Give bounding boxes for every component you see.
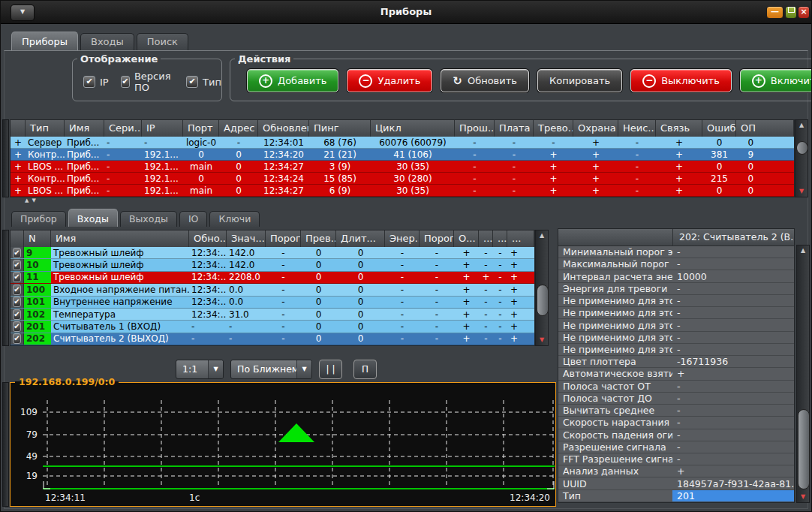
checkbox[interactable]: ✔ xyxy=(83,76,95,88)
column-header[interactable]: ... xyxy=(507,230,534,247)
checkbox[interactable]: ✔ xyxy=(186,76,198,88)
column-header[interactable]: Пинг xyxy=(309,120,371,137)
properties-scrollbar[interactable]: ▲ ▼ xyxy=(796,245,810,503)
scrollbar-thumb[interactable] xyxy=(796,141,808,155)
column-header[interactable]: ... xyxy=(479,230,493,247)
main-tab-1[interactable]: Приборы xyxy=(11,32,78,50)
column-header[interactable]: Неис... xyxy=(618,120,656,137)
restore-button[interactable] xyxy=(785,6,797,19)
row-checkbox[interactable]: ✔ xyxy=(13,260,21,270)
row-checkbox[interactable]: ✔ xyxy=(13,333,21,344)
row-checkbox[interactable]: ✔ xyxy=(13,272,21,282)
scrollbar-thumb[interactable] xyxy=(537,285,549,316)
column-header[interactable]: Сери... xyxy=(104,120,142,137)
devices-left-strip[interactable] xyxy=(2,119,9,197)
scroll-down-icon[interactable]: ▼ xyxy=(797,493,809,501)
sub-tab-1[interactable]: Прибор xyxy=(11,211,66,227)
device-row[interactable]: +Контр...Приб...-192.1...0012:34:2021 (2… xyxy=(11,149,794,161)
column-header[interactable]: Порт xyxy=(183,120,219,137)
column-header[interactable] xyxy=(11,120,26,137)
column-header[interactable]: Обно... xyxy=(189,230,227,247)
property-row[interactable]: FFT Разрешение сигна...- xyxy=(558,453,794,465)
property-row[interactable]: Анализ данных+ xyxy=(558,465,794,477)
p-button[interactable]: П xyxy=(353,360,377,379)
column-header[interactable]: Имя xyxy=(65,120,104,137)
scroll-down-icon[interactable]: ▼ xyxy=(536,336,548,344)
column-header[interactable]: Связь xyxy=(656,120,702,137)
chevron-down-icon[interactable]: ▼ xyxy=(296,360,311,378)
column-header[interactable]: Порог xyxy=(420,230,454,247)
inputs-scrollbar[interactable]: ▲ ▼ xyxy=(535,230,549,346)
sub-tab-4[interactable]: IO xyxy=(179,211,208,227)
column-header[interactable]: Охрана xyxy=(573,120,618,137)
column-header[interactable]: Прош... xyxy=(455,120,495,137)
device-row[interactable]: +Контр...Приб...-192.1...0012:34:2415 (8… xyxy=(11,173,794,185)
row-checkbox[interactable]: ✔ xyxy=(13,309,21,320)
inputs-left-strip[interactable] xyxy=(2,230,9,346)
property-row[interactable]: Вычитать среднее- xyxy=(558,405,794,417)
scroll-up-icon[interactable]: ▲ xyxy=(795,122,807,129)
property-row[interactable]: Не применимо для это...- xyxy=(558,295,794,307)
device-row[interactable]: +LBOS ...Приб...-192.1...main012:34:276 … xyxy=(11,185,794,197)
column-header[interactable]: О... xyxy=(454,230,479,247)
column-header[interactable]: Энер... xyxy=(385,230,420,247)
main-tab-2[interactable]: Входы xyxy=(80,33,134,50)
scroll-down-icon[interactable]: ▼ xyxy=(795,188,807,195)
input-row[interactable]: ✔10Тревожный шлейф12:34:...142.0-00--+--… xyxy=(11,259,534,271)
main-tab-3[interactable]: Поиск xyxy=(137,33,188,50)
column-header[interactable] xyxy=(11,230,24,247)
column-header[interactable]: Плата xyxy=(495,120,534,137)
column-header[interactable]: Прев... xyxy=(301,230,336,247)
column-header[interactable]: Знач... xyxy=(227,230,266,247)
property-row[interactable]: Скорость падения огиб...- xyxy=(558,429,794,441)
minimize-button[interactable]: — xyxy=(766,6,783,19)
выключить-button[interactable]: −Выключить xyxy=(630,69,732,92)
удалить-button[interactable]: −Удалить xyxy=(347,69,432,92)
input-row[interactable]: ✔100Входное напряжение питан...12:34:...… xyxy=(11,284,534,296)
property-row[interactable]: Не применимо для это...- xyxy=(558,307,794,319)
property-row[interactable]: Скорость нарастания о...- xyxy=(558,417,794,429)
sub-tab-2[interactable]: Входы xyxy=(68,209,118,227)
column-header[interactable]: Адрес xyxy=(219,120,258,137)
обновить-button[interactable]: ↻Обновить xyxy=(441,69,529,92)
property-row[interactable]: Не применимо для это...- xyxy=(558,332,794,344)
mode-dropdown[interactable]: По Ближнему ▼ xyxy=(230,360,312,379)
column-header[interactable]: ... xyxy=(493,230,507,247)
devices-scrollbar[interactable]: ▲ ▼ xyxy=(795,119,808,197)
sub-tab-5[interactable]: Ключи xyxy=(209,211,260,227)
property-row[interactable]: Полоса частот ДО- xyxy=(558,393,794,405)
device-row[interactable]: +СерверПриб...--logic-0-12:34:0168 (76)6… xyxy=(11,137,794,149)
property-row[interactable]: Не применимо для это...- xyxy=(558,319,794,331)
input-row[interactable]: ✔11Тревожный шлейф12:34:...2208.0-00--++… xyxy=(11,272,534,284)
input-row[interactable]: ✔101Внутреннее напряжение12:34:...0.0-00… xyxy=(11,297,534,309)
property-row[interactable]: Разрешение сигнала- xyxy=(558,441,794,453)
column-header[interactable]: Тип xyxy=(26,120,65,137)
property-row[interactable]: Интервал расчета эне...10000 xyxy=(558,270,794,282)
scale-dropdown[interactable]: 1:1 ▼ xyxy=(176,360,224,379)
chevron-down-icon[interactable]: ▼ xyxy=(208,360,223,378)
копировать-button[interactable]: Копировать xyxy=(537,69,622,92)
добавить-button[interactable]: +Добавить xyxy=(247,69,338,92)
device-row[interactable]: +LBOS ...Приб...-192.1...main012:34:273 … xyxy=(11,161,794,173)
column-header[interactable]: Длит... xyxy=(336,230,385,247)
property-row[interactable]: Не применимо для это...- xyxy=(558,344,794,356)
property-row[interactable]: Максимальный порог з...- xyxy=(558,258,794,270)
column-header[interactable]: Имя xyxy=(51,230,189,247)
column-header[interactable]: Порог xyxy=(266,230,301,247)
input-row[interactable]: ✔9Тревожный шлейф12:34:...142.0-00--+--+ xyxy=(11,247,534,259)
property-row[interactable]: Энергия для тревоги- xyxy=(558,283,794,295)
row-checkbox[interactable]: ✔ xyxy=(13,285,21,295)
row-checkbox[interactable]: ✔ xyxy=(13,297,21,307)
close-button[interactable]: × xyxy=(798,6,810,19)
scroll-up-icon[interactable]: ▲ xyxy=(536,232,548,239)
column-header[interactable]: Цикл xyxy=(371,120,455,137)
input-row[interactable]: ✔102Температура12:34:...31.0-00--+--+ xyxy=(11,309,534,321)
column-header[interactable]: Обновлен xyxy=(258,120,309,137)
input-row[interactable]: ✔201Считыватель 1 (ВХОД)---00--+--+ xyxy=(11,321,534,333)
property-row[interactable]: Автоматическое взятие+ xyxy=(558,368,794,380)
property-row[interactable]: Минимальный порог э...- xyxy=(558,246,794,258)
scroll-up-icon[interactable]: ▲ xyxy=(797,247,809,254)
splitter-handle[interactable]: ▲▼ xyxy=(25,197,39,203)
pause-button[interactable]: | | xyxy=(319,360,342,379)
row-checkbox[interactable]: ✔ xyxy=(13,321,21,332)
